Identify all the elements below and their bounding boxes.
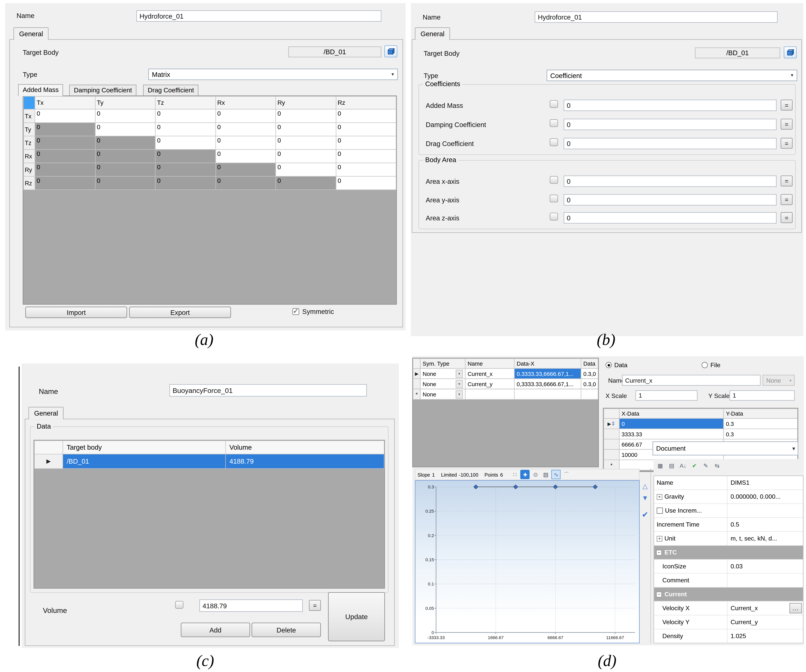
matrix-row-header[interactable]: Tz [23, 136, 35, 149]
data-x-cell[interactable] [514, 389, 581, 399]
matrix-cell[interactable]: 0 [276, 176, 336, 189]
target-body-picker-button[interactable] [784, 46, 797, 58]
tab-damping-coefficient[interactable]: Damping Coefficient [69, 85, 136, 96]
data-cell[interactable] [581, 389, 598, 399]
matrix-row-header[interactable]: Tx [23, 109, 35, 123]
sync-icon[interactable]: ⇆ [712, 461, 722, 470]
matrix-row-header[interactable]: Ty [23, 123, 35, 136]
tab-added-mass[interactable]: Added Mass [18, 84, 63, 96]
matrix-cell[interactable]: 0 [155, 123, 215, 136]
data-point-marker[interactable] [474, 485, 478, 489]
property-value[interactable]: m, t, sec, kN, d... [728, 532, 803, 545]
combo-arrow-icon[interactable]: ▾ [456, 390, 463, 399]
y-scale-input[interactable]: 1 [730, 390, 794, 400]
area-z-axis-expression-button[interactable]: = [781, 212, 793, 223]
matrix-cell[interactable]: 0 [35, 136, 95, 149]
property-value[interactable] [728, 574, 803, 587]
matrix-row-header[interactable]: Rz [23, 176, 35, 189]
x-data-column-header[interactable]: X-Data [619, 408, 723, 418]
add-button[interactable]: Add [181, 623, 250, 637]
corner-header-cell[interactable] [413, 359, 420, 369]
table-row[interactable]: ▶ None▾ Current_x 0.3333.33,6666.67,1...… [413, 368, 598, 379]
table-row[interactable]: None▾ Current_y 0,3333.33,6666.67,1... 0… [413, 379, 598, 389]
type-dropdown[interactable]: Coefficient ▼ [547, 70, 797, 81]
damping-coefficient-input[interactable]: 0 [564, 119, 776, 130]
matrix-row-header[interactable]: Ry [23, 163, 35, 176]
area-y-axis-expression-button[interactable]: = [781, 194, 793, 205]
matrix-cell[interactable]: 0 [35, 109, 95, 123]
table-row[interactable]: ▶⇕ 0 0.3 [604, 418, 798, 429]
matrix-col-header[interactable]: Rz [336, 96, 396, 109]
apply-check-icon[interactable]: ✔ [641, 510, 649, 519]
property-value[interactable]: Current_x... [728, 601, 803, 615]
import-button[interactable]: Import [25, 307, 127, 318]
pan-mode-icon[interactable]: ✚ [520, 470, 530, 479]
data-cell[interactable]: 0.3,0 [581, 368, 598, 379]
volume-column-header[interactable]: Volume [226, 441, 384, 454]
name-input[interactable]: BuoyancyForce_01 [169, 384, 367, 397]
property-value[interactable]: 1.025 [728, 629, 803, 643]
volume-cell[interactable]: 4188.79 [226, 454, 384, 469]
move-up-icon[interactable]: △ [641, 482, 649, 490]
combo-arrow-icon[interactable]: ▾ [456, 380, 463, 388]
matrix-cell[interactable]: 0 [276, 136, 336, 149]
type-dropdown[interactable]: Matrix ▼ [148, 69, 398, 80]
splitter[interactable] [651, 469, 651, 643]
matrix-cell[interactable]: 0 [215, 109, 276, 123]
sym-type-cell[interactable]: None▾ [420, 379, 465, 389]
property-section-current[interactable]: −Current [654, 588, 803, 601]
matrix-cell[interactable]: 0 [155, 150, 215, 163]
expand-icon[interactable]: + [657, 494, 662, 499]
symmetric-checkbox[interactable] [292, 308, 299, 315]
table-row[interactable]: ▶ /BD_01 4188.79 [34, 454, 384, 469]
data-column-header[interactable]: Data [581, 359, 598, 369]
delete-button[interactable]: Delete [251, 623, 321, 637]
property-value[interactable]: DIMS1 [728, 476, 803, 489]
x-scale-input[interactable]: 1 [636, 390, 697, 400]
added-mass-expression-button[interactable]: = [781, 100, 793, 110]
data-point-marker[interactable] [553, 485, 558, 489]
matrix-cell[interactable]: 0 [155, 176, 215, 189]
sym-type-column-header[interactable]: Sym. Type [420, 359, 465, 369]
matrix-col-header[interactable]: Ty [95, 96, 155, 109]
matrix-cell[interactable]: 0 [35, 123, 95, 136]
target-body-cell[interactable]: /BD_01 [63, 454, 226, 469]
tab-drag-coefficient[interactable]: Drag Coefficient [143, 85, 198, 96]
area-z-axis-checkbox[interactable] [550, 212, 558, 221]
zoom-region-icon[interactable]: ▨ [541, 470, 551, 479]
volume-checkbox[interactable] [175, 601, 183, 609]
name-column-header[interactable]: Name [465, 359, 514, 369]
matrix-select-all-cell[interactable] [23, 96, 35, 109]
sym-type-cell[interactable]: None▾ [420, 389, 465, 399]
smooth-curve-icon[interactable]: ⌒ [562, 470, 571, 479]
volume-expression-button[interactable]: = [309, 600, 321, 611]
target-body-field[interactable]: /BD_01 [288, 46, 382, 57]
name-input[interactable]: Hydroforce_01 [136, 10, 382, 22]
matrix-cell[interactable]: 0 [35, 150, 95, 163]
alphabetic-view-icon[interactable]: ▤ [667, 461, 676, 470]
x-data-cell[interactable]: 3333.33 [619, 429, 723, 439]
matrix-cell[interactable]: 0 [276, 109, 336, 123]
name-input[interactable]: Hydroforce_01 [535, 12, 778, 23]
matrix-cell[interactable]: 0 [95, 163, 155, 176]
name-cell[interactable]: Current_y [465, 379, 514, 389]
scatter-mode-icon[interactable]: ∷ [510, 470, 520, 479]
tab-general[interactable]: General [415, 27, 450, 40]
export-button[interactable]: Export [129, 307, 231, 318]
data-x-column-header[interactable]: Data-X [514, 359, 581, 369]
matrix-cell[interactable]: 0 [95, 136, 155, 149]
matrix-col-header[interactable]: Tz [155, 96, 215, 109]
matrix-cell[interactable]: 0 [155, 163, 215, 176]
area-z-axis-input[interactable]: 0 [564, 212, 776, 224]
matrix-cell[interactable]: 0 [215, 150, 276, 163]
data-radio[interactable]: Data [606, 361, 628, 369]
matrix-cell[interactable]: 0 [35, 176, 95, 189]
data-x-cell[interactable]: 0,3333.33,6666.67,1... [514, 379, 581, 389]
table-row[interactable]: 3333.33 0.3 [604, 429, 798, 439]
matrix-cell[interactable]: 0 [336, 150, 396, 163]
matrix-cell[interactable]: 0 [215, 123, 276, 136]
plot-area[interactable]: 00.050.10.150.20.250.3-3333.331666.67666… [415, 480, 640, 643]
target-body-picker-button[interactable] [385, 46, 398, 57]
damping-coefficient-checkbox[interactable] [550, 119, 558, 127]
matrix-cell[interactable]: 0 [155, 109, 215, 123]
